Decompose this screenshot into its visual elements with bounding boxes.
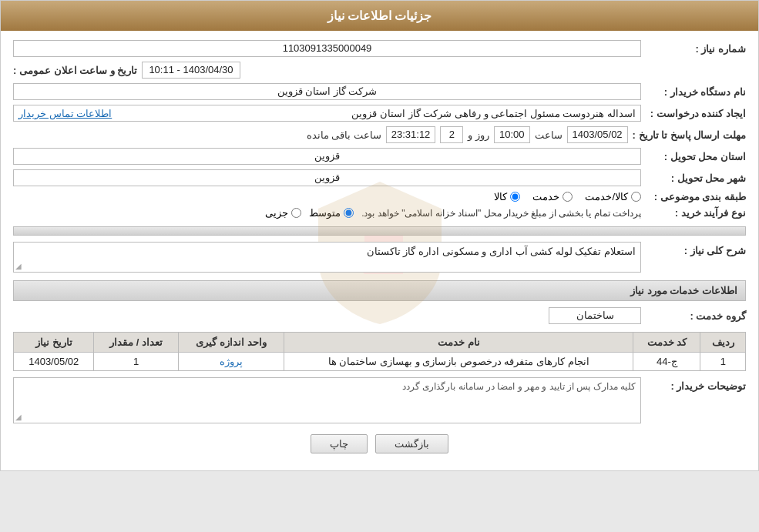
category-label: طبقه بندی موضوعی : <box>646 191 746 202</box>
deadline-days-label: روز و <box>468 129 489 141</box>
buyer-name-row: نام دستگاه خریدار : شرکت گاز استان قزوین <box>13 83 746 100</box>
category-option-kala-khedmat[interactable]: کالا/خدمت <box>585 191 641 202</box>
col-code: کد خدمت <box>633 333 700 353</box>
creator-row: ایجاد کننده درخواست : اسداله هنردوست مسئ… <box>13 105 746 122</box>
category-row: طبقه بندی موضوعی : کالا/خدمت خدمت کالا <box>13 191 746 202</box>
services-table-container: ردیف کد خدمت نام خدمت واحد اندازه گیری ت… <box>13 332 746 371</box>
deadline-remaining-label: ساعت باقی مانده <box>307 129 381 141</box>
button-row: بازگشت چاپ <box>13 434 746 453</box>
need-number-value: 1103091335000049 <box>13 40 641 57</box>
deadline-date: 1403/05/02 <box>567 126 628 143</box>
services-section-heading: اطلاعات خدمات مورد نیاز <box>13 280 746 301</box>
province-label: استان محل تحویل : <box>646 151 746 162</box>
page-title: جزئیات اطلاعات نیاز <box>327 9 432 22</box>
city-label: شهر محل تحویل : <box>646 172 746 184</box>
province-row: استان محل تحویل : قزوین <box>13 148 746 165</box>
col-unit: واحد اندازه گیری <box>178 333 284 353</box>
creator-label: ایجاد کننده درخواست : <box>646 108 746 119</box>
process-label: نوع فرآیند خرید : <box>646 207 746 219</box>
datetime-label: تاریخ و ساعت اعلان عمومی : <box>13 65 137 76</box>
table-row: 1 ج-44 انجام کارهای متفرقه درخصوص بازساز… <box>14 353 746 371</box>
category-radio-kala-khedmat[interactable] <box>631 192 641 202</box>
deadline-time-label: ساعت <box>535 129 563 141</box>
buyer-notes-box: کلیه مدارک پس از تایید و مهر و امضا در س… <box>13 377 641 423</box>
cell-date: 1403/05/02 <box>14 353 94 371</box>
deadline-remaining: 23:31:12 <box>386 126 436 143</box>
category-options: کالا/خدمت خدمت کالا <box>494 191 641 202</box>
group-label: گروه خدمت : <box>646 310 746 322</box>
need-number-label: شماره نیاز : <box>646 43 746 55</box>
category-option-kala[interactable]: کالا <box>494 191 520 202</box>
description-section-heading <box>13 226 746 236</box>
deadline-row: مهلت ارسال پاسخ تا تاریخ : 1403/05/02 سا… <box>13 126 746 143</box>
cell-code: ج-44 <box>633 353 700 371</box>
datetime-row: 1403/04/30 - 10:11 تاریخ و ساعت اعلان عم… <box>13 62 746 79</box>
col-name: نام خدمت <box>284 333 633 353</box>
need-number-row: شماره نیاز : 1103091335000049 <box>13 40 746 57</box>
province-value: قزوین <box>13 148 641 165</box>
group-value: ساختمان <box>549 307 641 324</box>
back-button[interactable]: بازگشت <box>375 434 448 453</box>
description-area: شرح کلی نیاز : استعلام تفکیک لوله کشی آب… <box>13 242 746 273</box>
city-value: قزوین <box>13 169 641 186</box>
page-header: جزئیات اطلاعات نیاز <box>1 1 758 31</box>
city-row: شهر محل تحویل : قزوین <box>13 169 746 186</box>
deadline-label: مهلت ارسال پاسخ تا تاریخ : <box>633 129 746 141</box>
process-description: پرداخت تمام یا بخشی از مبلغ خریدار محل "… <box>361 208 641 219</box>
category-option-khedmat[interactable]: خدمت <box>532 191 573 202</box>
process-option-motavasset[interactable]: متوسط <box>309 207 354 219</box>
datetime-value: 1403/04/30 - 10:11 <box>142 62 240 79</box>
col-quantity: تعداد / مقدار <box>94 333 178 353</box>
buyer-name-label: نام دستگاه خریدار : <box>646 86 746 98</box>
creator-value: اسداله هنردوست مسئول اجتماعی و رفاهی شرک… <box>351 108 636 119</box>
resize-handle-notes: ◢ <box>15 413 22 421</box>
deadline-time: 10:00 <box>494 126 530 143</box>
process-option-jozyi[interactable]: جزیی <box>265 207 301 219</box>
description-label: شرح کلی نیاز : <box>646 242 746 256</box>
deadline-days: 2 <box>440 126 463 143</box>
group-row: گروه خدمت : ساختمان <box>13 307 746 324</box>
buyer-notes-label: توضیحات خریدار : <box>646 377 746 392</box>
col-row-num: ردیف <box>700 333 746 353</box>
category-radio-kala[interactable] <box>510 192 520 202</box>
cell-name: انجام کارهای متفرقه درخصوص بازسازی و بهس… <box>284 353 633 371</box>
category-radio-khedmat[interactable] <box>563 192 573 202</box>
creator-link[interactable]: اطلاعات تماس خریدار <box>18 108 112 119</box>
buyer-notes-row: توضیحات خریدار : کلیه مدارک پس از تایید … <box>13 377 746 423</box>
buyer-name-value: شرکت گاز استان قزوین <box>13 83 641 100</box>
content-area: شماره نیاز : 1103091335000049 1403/04/30… <box>1 31 758 470</box>
buyer-notes-value: کلیه مدارک پس از تایید و مهر و امضا در س… <box>402 381 636 392</box>
print-button[interactable]: چاپ <box>311 434 368 453</box>
process-options: پرداخت تمام یا بخشی از مبلغ خریدار محل "… <box>13 207 641 219</box>
process-radio-jozyi[interactable] <box>291 208 301 218</box>
services-table: ردیف کد خدمت نام خدمت واحد اندازه گیری ت… <box>13 332 746 371</box>
cell-quantity: 1 <box>94 353 178 371</box>
description-value: استعلام تفکیک لوله کشی آب اداری و مسکونی… <box>367 246 636 257</box>
creator-value-container: اسداله هنردوست مسئول اجتماعی و رفاهی شرک… <box>13 105 641 122</box>
resize-handle-description: ◢ <box>15 262 22 270</box>
col-date: تاریخ نیاز <box>14 333 94 353</box>
cell-row-num: 1 <box>700 353 746 371</box>
deadline-parts: 1403/05/02 ساعت 10:00 روز و 2 23:31:12 س… <box>13 126 628 143</box>
description-box: استعلام تفکیک لوله کشی آب اداری و مسکونی… <box>13 242 641 273</box>
page-wrapper: جزئیات اطلاعات نیاز شماره نیاز : 1103091… <box>0 0 759 471</box>
process-row: نوع فرآیند خرید : پرداخت تمام یا بخشی از… <box>13 207 746 219</box>
process-radio-motavasset[interactable] <box>344 208 354 218</box>
cell-unit: پروژه <box>178 353 284 371</box>
